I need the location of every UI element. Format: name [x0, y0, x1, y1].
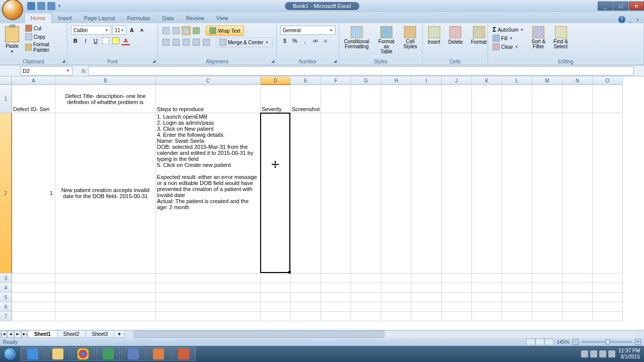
find-select-button[interactable]: Find & Select — [550, 24, 571, 51]
col-header-M[interactable]: M — [532, 76, 562, 85]
network-icon[interactable] — [599, 350, 606, 357]
cell-O4[interactable] — [593, 283, 623, 293]
cell-N3[interactable] — [562, 274, 593, 283]
tab-page-layout[interactable]: Page Layout — [78, 13, 121, 23]
col-header-L[interactable]: L — [502, 76, 532, 85]
minimize-button[interactable]: _ — [598, 2, 613, 11]
cell-B6[interactable] — [55, 302, 156, 312]
cell-A6[interactable] — [12, 302, 55, 312]
first-sheet-button[interactable]: |◄ — [0, 331, 7, 338]
cell-D1[interactable]: Severity — [261, 85, 291, 113]
cell-L3[interactable] — [502, 274, 532, 283]
taskbar-app1[interactable] — [121, 347, 145, 361]
cell-O5[interactable] — [593, 293, 623, 302]
cell-K2[interactable] — [472, 113, 502, 274]
new-sheet-button[interactable]: ✦ — [114, 331, 125, 338]
cell-H4[interactable] — [381, 283, 412, 293]
row-header-7[interactable]: 7 — [0, 312, 12, 321]
cell-O3[interactable] — [593, 274, 623, 283]
cell-E5[interactable] — [291, 293, 321, 302]
tab-formulas[interactable]: Formulas — [121, 13, 156, 23]
fill-button[interactable]: Fill▼ — [492, 34, 525, 42]
cell-E1[interactable]: Screenshot — [291, 85, 321, 113]
cell-J4[interactable] — [442, 283, 472, 293]
start-button[interactable] — [0, 346, 20, 362]
col-header-G[interactable]: G — [351, 76, 381, 85]
col-header-I[interactable]: I — [412, 76, 442, 85]
prev-sheet-button[interactable]: ◄ — [7, 331, 14, 338]
maximize-button[interactable]: □ — [613, 2, 628, 11]
cell-L7[interactable] — [502, 312, 532, 321]
borders-button[interactable] — [101, 36, 110, 45]
taskbar-chrome[interactable] — [71, 347, 95, 361]
cell-D4[interactable] — [261, 283, 291, 293]
cell-N2[interactable] — [562, 113, 593, 274]
format-cells-button[interactable]: Format — [468, 24, 490, 47]
delete-cells-button[interactable]: Delete — [445, 24, 466, 47]
cell-L1[interactable] — [502, 85, 532, 113]
cell-H2[interactable] — [381, 113, 412, 274]
align-top-button[interactable] — [162, 26, 171, 35]
copy-button[interactable]: Copy — [24, 33, 65, 41]
cell-J7[interactable] — [442, 312, 472, 321]
cell-J3[interactable] — [442, 274, 472, 283]
cell-B7[interactable] — [55, 312, 156, 321]
formula-input[interactable] — [88, 66, 634, 75]
cell-C5[interactable] — [156, 293, 261, 302]
cells-area[interactable]: Defect ID- SeriDefect Title- description… — [12, 85, 644, 330]
font-dialog-launcher[interactable]: ◢ — [151, 59, 156, 64]
cell-I6[interactable] — [412, 302, 442, 312]
sheet-tab-3[interactable]: Sheet3 — [86, 331, 115, 338]
cell-E2[interactable] — [291, 113, 321, 274]
taskbar-ie[interactable] — [21, 347, 45, 361]
col-header-K[interactable]: K — [472, 76, 502, 85]
taskbar-clock[interactable]: 11:37 PM 3/1/2015 — [618, 348, 640, 360]
cell-B5[interactable] — [55, 293, 156, 302]
align-middle-button[interactable] — [172, 26, 181, 35]
cell-C1[interactable]: Steps to reproduce — [156, 85, 261, 113]
cell-H3[interactable] — [381, 274, 412, 283]
fx-icon[interactable]: fx — [82, 68, 86, 74]
taskbar-excel[interactable] — [96, 347, 120, 361]
cell-L5[interactable] — [502, 293, 532, 302]
cell-J5[interactable] — [442, 293, 472, 302]
comma-format-button[interactable]: , — [300, 36, 309, 45]
undo-icon[interactable] — [37, 2, 45, 10]
cell-A4[interactable] — [12, 283, 55, 293]
format-as-table-button[interactable]: Format as Table — [374, 24, 398, 56]
cell-A3[interactable] — [12, 274, 55, 283]
cell-G7[interactable] — [351, 312, 381, 321]
page-layout-view-button[interactable] — [535, 338, 544, 345]
font-name-combo[interactable]: Calibri▼ — [71, 26, 111, 35]
zoom-slider[interactable] — [582, 341, 632, 343]
wrap-text-button[interactable]: Wrap Text — [206, 26, 244, 36]
cell-F5[interactable] — [321, 293, 351, 302]
cell-L4[interactable] — [502, 283, 532, 293]
cell-N7[interactable] — [562, 312, 593, 321]
cell-A5[interactable] — [12, 293, 55, 302]
insert-cells-button[interactable]: Insert — [425, 24, 443, 47]
col-header-A[interactable]: A — [12, 76, 55, 85]
cell-C3[interactable] — [156, 274, 261, 283]
cell-G1[interactable] — [351, 85, 381, 113]
redo-icon[interactable] — [47, 2, 55, 10]
cell-N1[interactable] — [562, 85, 593, 113]
col-header-H[interactable]: H — [381, 76, 412, 85]
col-header-N[interactable]: N — [562, 76, 593, 85]
col-header-E[interactable]: E — [291, 76, 321, 85]
cell-M6[interactable] — [532, 302, 562, 312]
row-header-2[interactable]: 2 — [0, 113, 12, 274]
cell-A7[interactable] — [12, 312, 55, 321]
increase-indent-button[interactable] — [202, 38, 211, 47]
cell-K4[interactable] — [472, 283, 502, 293]
hscroll-thumb[interactable] — [134, 331, 384, 338]
autosum-button[interactable]: ΣAutoSum▼ — [492, 26, 525, 34]
cell-F3[interactable] — [321, 274, 351, 283]
cell-K6[interactable] — [472, 302, 502, 312]
cell-E6[interactable] — [291, 302, 321, 312]
select-all-corner[interactable] — [0, 76, 12, 85]
cell-O1[interactable] — [593, 85, 623, 113]
cell-M3[interactable] — [532, 274, 562, 283]
cell-M4[interactable] — [532, 283, 562, 293]
number-dialog-launcher[interactable]: ◢ — [333, 59, 338, 64]
